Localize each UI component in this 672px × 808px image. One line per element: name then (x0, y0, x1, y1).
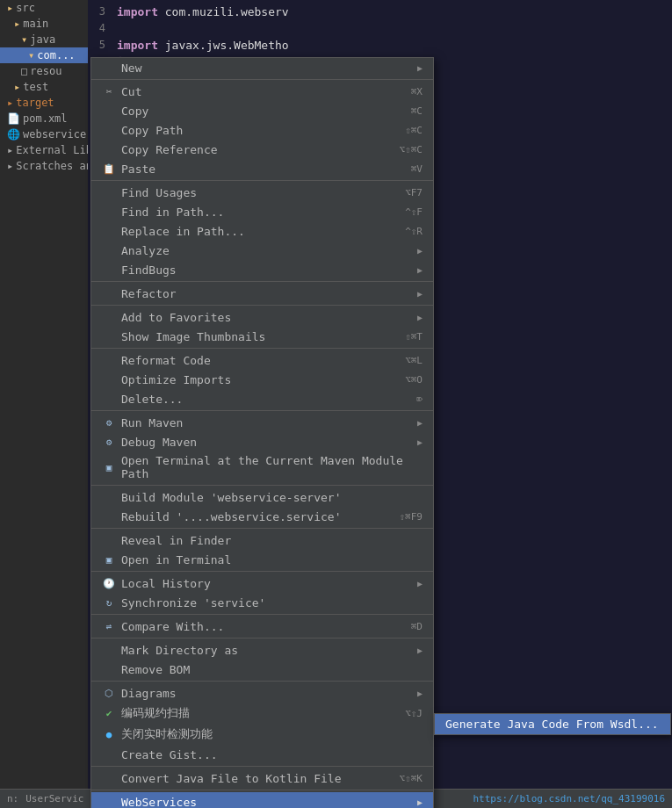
tree-item-pom[interactable]: 📄 pom.xml (0, 111, 88, 126)
findbugs-icon (102, 263, 116, 277)
menu-item-reformat-code[interactable]: Reformat Code ⌥⌘L (91, 350, 433, 370)
tree-item-scratches[interactable]: ▸ Scratches and (0, 158, 88, 174)
menu-item-replace-in-path[interactable]: Replace in Path... ^⇧R (91, 221, 433, 241)
menu-item-local-history[interactable]: 🕐 Local History ▶ (91, 574, 433, 593)
menu-label-close-realtime: 关闭实时检测功能 (121, 726, 213, 742)
shortcut-replace-in-path: ^⇧R (405, 226, 423, 237)
arrow-new: ▶ (417, 63, 423, 73)
tree-item-resou[interactable]: □ resou (0, 63, 88, 79)
menu-item-open-terminal-maven[interactable]: ▣ Open Terminal at the Current Maven Mod… (91, 451, 433, 483)
debug-maven-icon: ⚙ (102, 435, 116, 449)
menu-item-diagrams[interactable]: ⬡ Diagrams ▶ (91, 683, 433, 703)
menu-item-create-gist[interactable]: Create Gist... (91, 745, 433, 764)
menu-label-synchronize: Synchronize 'service' (121, 596, 265, 610)
shortcut-optimize: ⌥⌘O (405, 374, 423, 386)
status-label-n: n: (7, 793, 18, 804)
menu-label-findbugs: FindBugs (121, 263, 177, 277)
folder-icon-main: ▸ (14, 18, 20, 30)
replace-in-path-icon (102, 224, 116, 238)
menu-item-findbugs[interactable]: FindBugs ▶ (91, 260, 433, 279)
menu-item-show-image-thumbnails[interactable]: Show Image Thumbnails ⇧⌘T (91, 327, 433, 346)
menu-item-run-maven[interactable]: ⚙ Run Maven ▶ (91, 413, 433, 432)
copy-icon (102, 104, 116, 118)
webservices-icon (102, 795, 116, 808)
context-menu: New ▶ ✂ Cut ⌘X Copy ⌘C Copy Path ⇧⌘C Cop… (90, 57, 434, 808)
menu-item-copy-reference[interactable]: Copy Reference ⌥⇧⌘C (91, 140, 433, 159)
tree-label-webservice: webservice (23, 128, 86, 141)
file-tree: ▸ src ▸ main ▾ java ▾ com... □ resou ▸ t… (0, 0, 88, 789)
run-maven-icon: ⚙ (102, 415, 116, 429)
menu-item-mark-directory[interactable]: Mark Directory as ▶ (91, 640, 433, 660)
menu-item-delete[interactable]: Delete... ⌦ (91, 389, 433, 408)
tree-item-src[interactable]: ▸ src (0, 0, 88, 16)
tree-item-ext-libs[interactable]: ▸ External Librar (0, 142, 88, 158)
menu-label-compare-with: Compare With... (121, 620, 224, 633)
shortcut-cut: ⌘X (411, 86, 423, 97)
menu-item-rebuild[interactable]: Rebuild '....webservice.service' ⇧⌘F9 (91, 507, 433, 526)
tree-label-java: java (30, 33, 55, 46)
menu-item-copy[interactable]: Copy ⌘C (91, 101, 433, 120)
cut-icon: ✂ (102, 84, 116, 98)
menu-item-close-realtime[interactable]: ● 关闭实时检测功能 (91, 724, 433, 745)
file-icon-webservice: 🌐 (7, 128, 20, 141)
menu-item-code-scan[interactable]: ✔ 编码规约扫描 ⌥⇧J (91, 703, 433, 724)
menu-label-mark-directory: Mark Directory as (121, 644, 238, 657)
menu-item-convert-kotlin[interactable]: Convert Java File to Kotlin File ⌥⇧⌘K (91, 768, 433, 788)
menu-item-paste[interactable]: 📋 Paste ⌘V (91, 159, 433, 178)
menu-label-open-in-terminal: Open in Terminal (121, 553, 231, 566)
shortcut-find-usages: ⌥F7 (405, 187, 423, 198)
build-icon (102, 490, 116, 504)
menu-item-webservices[interactable]: WebServices ▶ (91, 792, 433, 808)
menu-item-refactor[interactable]: Refactor ▶ (91, 284, 433, 303)
tree-item-main[interactable]: ▸ main (0, 16, 88, 32)
menu-item-cut[interactable]: ✂ Cut ⌘X (91, 82, 433, 101)
menu-item-optimize-imports[interactable]: Optimize Imports ⌥⌘O (91, 370, 433, 389)
tree-item-com[interactable]: ▾ com... (0, 47, 88, 63)
sep-3 (91, 281, 433, 282)
menu-label-find-usages: Find Usages (121, 186, 197, 199)
synchronize-icon: ↻ (102, 595, 116, 610)
menu-item-add-to-favorites[interactable]: Add to Favorites ▶ (91, 307, 433, 327)
menu-label-rebuild: Rebuild '....webservice.service' (121, 510, 341, 523)
tree-item-java[interactable]: ▾ java (0, 32, 88, 47)
menu-item-compare-with[interactable]: ⇌ Compare With... ⌘D (91, 617, 433, 636)
menu-item-debug-maven[interactable]: ⚙ Debug Maven ▶ (91, 432, 433, 451)
tree-item-webservice[interactable]: 🌐 webservice (0, 126, 88, 142)
shortcut-reformat: ⌥⌘L (405, 355, 423, 366)
menu-item-new[interactable]: New ▶ (91, 58, 433, 77)
folder-icon-com: ▾ (28, 49, 34, 61)
sep-13 (91, 766, 433, 767)
copy-reference-icon (102, 142, 116, 156)
submenu-item-generate-java[interactable]: Generate Java Code From Wsdl... (435, 714, 670, 734)
open-terminal-icon: ▣ (102, 552, 116, 566)
menu-item-copy-path[interactable]: Copy Path ⇧⌘C (91, 120, 433, 140)
menu-label-code-scan: 编码规约扫描 (121, 705, 190, 721)
reformat-icon (102, 353, 116, 367)
menu-label-convert-kotlin: Convert Java File to Kotlin File (121, 772, 341, 785)
menu-item-open-in-terminal[interactable]: ▣ Open in Terminal (91, 550, 433, 569)
code-scan-icon: ✔ (102, 706, 116, 720)
tree-item-test[interactable]: ▸ test (0, 79, 88, 95)
menu-item-reveal-in-finder[interactable]: Reveal in Finder (91, 530, 433, 550)
convert-kotlin-icon (102, 771, 116, 785)
diagrams-icon: ⬡ (102, 686, 116, 700)
menu-item-synchronize[interactable]: ↻ Synchronize 'service' (91, 593, 433, 612)
menu-label-new: New (121, 61, 141, 75)
arrow-diagrams: ▶ (417, 689, 423, 698)
menu-item-build-module[interactable]: Build Module 'webservice-server' (91, 487, 433, 507)
tree-item-target[interactable]: ▸ target (0, 95, 88, 111)
refactor-icon (102, 286, 116, 300)
arrow-debug-maven: ▶ (417, 437, 423, 447)
menu-item-find-in-path[interactable]: Find in Path... ^⇧F (91, 202, 433, 221)
menu-item-find-usages[interactable]: Find Usages ⌥F7 (91, 183, 433, 202)
menu-item-analyze[interactable]: Analyze ▶ (91, 241, 433, 260)
shortcut-copy: ⌘C (411, 105, 423, 117)
menu-label-copy-reference: Copy Reference (121, 143, 218, 156)
status-url[interactable]: https://blog.csdn.net/qq_43199016 (473, 793, 665, 804)
arrow-webservices: ▶ (417, 797, 423, 807)
file-icon-pom: 📄 (7, 112, 20, 125)
menu-label-debug-maven: Debug Maven (121, 436, 197, 449)
menu-label-paste: Paste (121, 162, 155, 176)
menu-item-remove-bom[interactable]: Remove BOM (91, 660, 433, 679)
analyze-icon (102, 243, 116, 257)
